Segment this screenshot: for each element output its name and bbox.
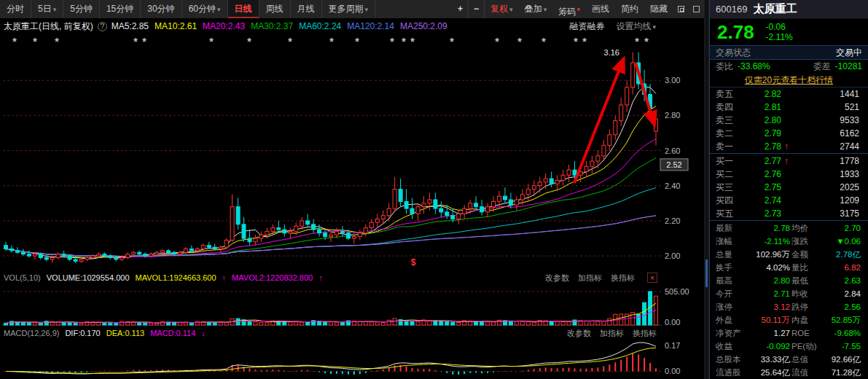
tool-button-6[interactable]: 隐藏 [644, 0, 673, 18]
ask-label: 卖四 [716, 101, 740, 114]
ask-row-4[interactable]: 卖二2.796162 [710, 127, 868, 140]
bid-label: 买三 [716, 181, 740, 194]
tool-button-1[interactable]: 复权▾ [485, 0, 519, 18]
chevron-down-icon: ▾ [509, 6, 513, 13]
ask-row-3[interactable]: 卖三2.809533 [710, 114, 868, 127]
tool-label: 简约 [621, 4, 638, 14]
weicha-value: -10281 [835, 61, 862, 71]
svg-text:*: * [33, 36, 37, 47]
stat-row-7: 涨停3.12跌停2.56 [710, 300, 868, 313]
bid-volume: 1209 [791, 195, 862, 206]
stat-label: 最高 [716, 276, 749, 286]
stat-value: 25.64亿 [749, 367, 791, 378]
period-tab-label: 日线 [235, 4, 252, 14]
period-tab-3[interactable]: 5分钟 [63, 0, 100, 18]
pane-action-3[interactable]: 换指标 [629, 327, 660, 340]
bid-row-3[interactable]: 买三2.752025 [710, 181, 868, 194]
stat-value: 2.71 [749, 289, 791, 298]
zoom-in-button[interactable]: + [453, 0, 469, 18]
bid-volume: 1933 [791, 169, 862, 179]
period-tab-6[interactable]: 60分钟▾ [182, 0, 228, 18]
period-tab-label: 5日 [38, 4, 52, 14]
period-tab-9[interactable]: 月线 [291, 0, 322, 18]
stat-label: 收益 [716, 341, 749, 352]
svg-text:0.00: 0.00 [665, 367, 680, 375]
stat-value: 1.27 [749, 329, 791, 337]
zoom-out-button[interactable]: − [469, 0, 485, 18]
bid-row-5[interactable]: 买五2.733175 [710, 207, 868, 220]
period-tab-1[interactable]: 分时 [0, 0, 31, 18]
close-icon[interactable]: × [647, 273, 657, 283]
svg-text:2.80: 2.80 [665, 111, 680, 120]
stat-label: 涨跌 [791, 236, 828, 247]
margin-trading-link[interactable]: 融资融券 [569, 19, 604, 34]
main-price-chart[interactable]: 3.002.802.602.402.202.00****************… [0, 34, 704, 271]
fullscreen-icon[interactable] [693, 6, 700, 12]
chart-region: 分时5日▾5分钟15分钟30分钟60分钟▾日线周线月线更多周期▾ +−复权▾叠加… [0, 0, 704, 379]
volume-pane-header: VOL(5,10) VOLUME:1029554.000 MAVOL1:1924… [0, 271, 660, 284]
stat-row-11: 总股本33.33亿总值92.66亿 [710, 353, 868, 366]
pane-action-3[interactable]: 换指标 [607, 271, 638, 284]
tool-button-4[interactable]: 画线 [586, 0, 615, 18]
period-tab-7[interactable]: 日线 [228, 0, 259, 18]
expand-icon[interactable] [678, 6, 684, 12]
stat-label: PE(动) [791, 341, 828, 352]
svg-text:*: * [574, 36, 578, 47]
bid-price: 2.77 [740, 156, 781, 166]
pane-action-1[interactable]: 改参数 [541, 271, 573, 284]
tool-button-5[interactable]: 简约 [615, 0, 644, 18]
period-tab-4[interactable]: 15分钟 [100, 0, 141, 18]
ask-volume: 2744 [791, 141, 862, 152]
pane-action-2[interactable]: 加指标 [574, 271, 606, 284]
bid-row-2[interactable]: 买二2.761933 [710, 168, 868, 181]
svg-text:*: * [390, 36, 394, 47]
bid-volume: 3175 [791, 208, 862, 219]
pane-action-2[interactable]: 加指标 [596, 327, 627, 340]
ma-label-3: MA20:2.43 [203, 19, 245, 34]
macd-chart[interactable]: 0.170.00 [0, 340, 704, 379]
macd-pane-header: MACD(12,26,9) DIF:0.170 DEA:0.113 MACD:0… [0, 327, 660, 340]
bid-row-1[interactable]: 买一2.77↑1778 [710, 155, 868, 168]
stat-value: 2.56 [828, 302, 862, 311]
stat-label: 总量 [716, 249, 749, 260]
change-value: -0.06 [766, 22, 793, 32]
ma-settings-link[interactable]: 设置均线▾ [616, 19, 656, 34]
bid-label: 买二 [716, 168, 740, 181]
volume-chart[interactable]: 505.000.00 [0, 284, 704, 327]
stat-label: 均价 [791, 223, 828, 234]
ask-row-1[interactable]: 卖五2.821441 [710, 87, 868, 101]
ask-label: 卖一 [716, 141, 740, 153]
trade-status-label: 交易状态 [716, 47, 751, 59]
macd-pane-actions: 改参数加指标换指标 [563, 327, 660, 340]
stat-label: 净资产 [716, 328, 749, 339]
weibi-label: 委比 [716, 60, 733, 73]
stats-grid: 最新2.78均价2.70涨幅-2.11%涨跌▼0.06总量102.96万金额2.… [710, 220, 868, 379]
stock-name: 太原重工 [753, 2, 797, 16]
help-icon[interactable]: ? [98, 22, 107, 31]
ask-row-5[interactable]: 卖一2.78↑2744 [710, 140, 868, 153]
period-tab-8[interactable]: 周线 [259, 0, 291, 18]
ask-volume: 9533 [791, 115, 862, 125]
level2-promo-link[interactable]: 仅需20元查看十档行情 [710, 73, 868, 87]
stat-label: 总股本 [716, 354, 749, 365]
ask-label: 卖五 [716, 88, 740, 101]
ask-label: 卖二 [716, 128, 740, 140]
stat-value: -7.55 [828, 342, 862, 351]
stat-label: 总值 [791, 354, 828, 365]
bid-row-4[interactable]: 买四2.741209 [710, 194, 868, 207]
macd-value-label: MACD:0.114 [150, 327, 195, 340]
tool-button-3[interactable]: 筹码● [552, 0, 586, 18]
volume-value-label: VOLUME:1029554.000 [47, 271, 130, 284]
ma-label-5: MA60:2.24 [299, 19, 341, 34]
tool-button-2[interactable]: 叠加▾ [519, 0, 553, 18]
period-tab-10[interactable]: 更多周期▾ [322, 0, 376, 18]
panel-splitter[interactable] [704, 0, 709, 379]
bid-label: 买五 [716, 208, 740, 220]
pane-action-1[interactable]: 改参数 [563, 327, 595, 340]
period-tab-label: 15分钟 [106, 4, 133, 14]
period-tab-2[interactable]: 5日▾ [31, 0, 63, 18]
period-tab-5[interactable]: 30分钟 [141, 0, 181, 18]
svg-text:2.40: 2.40 [665, 181, 680, 190]
ask-row-2[interactable]: 卖四2.81521 [710, 101, 868, 114]
splitter-handle[interactable] [705, 259, 708, 287]
